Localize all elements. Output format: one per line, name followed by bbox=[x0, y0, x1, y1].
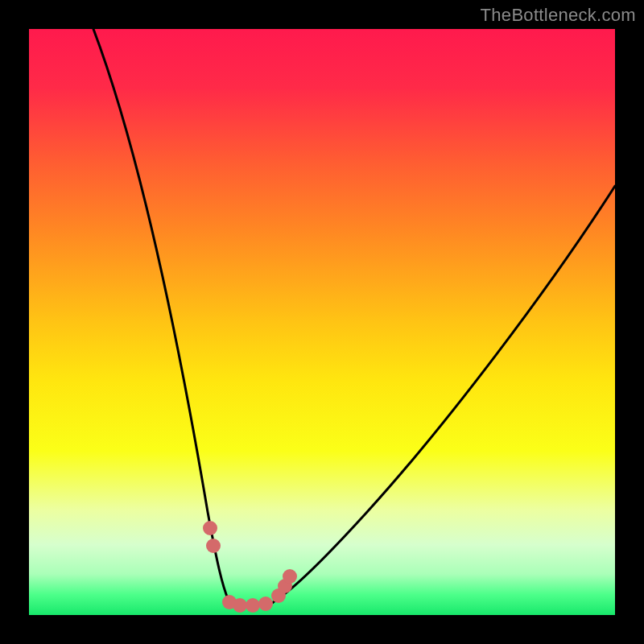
chart-frame: TheBottleneck.com bbox=[0, 0, 644, 644]
gradient-rect bbox=[29, 29, 615, 615]
heat-gradient bbox=[29, 29, 615, 615]
plot-area bbox=[29, 29, 615, 615]
watermark-text: TheBottleneck.com bbox=[481, 5, 636, 26]
